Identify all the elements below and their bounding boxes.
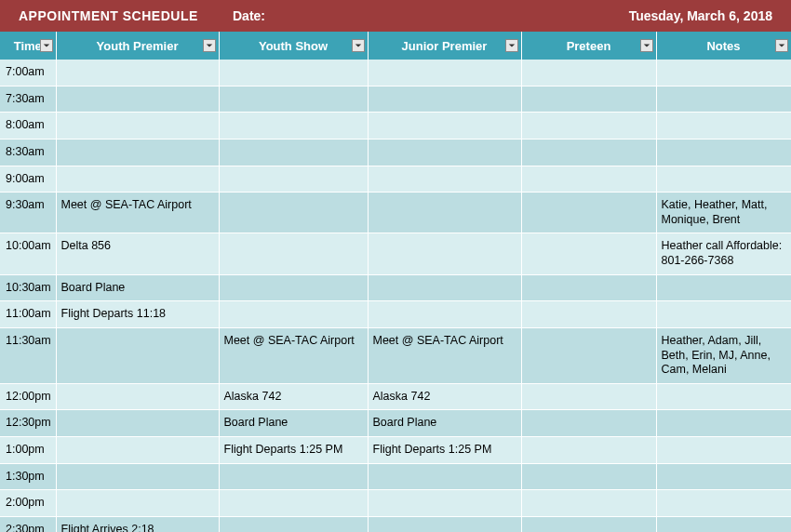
cell-yp (56, 113, 219, 140)
cell-jp (368, 490, 521, 517)
cell-jp (368, 86, 521, 113)
table-row: 7:30am (0, 86, 791, 113)
cell-pt (521, 113, 656, 140)
cell-pt (521, 463, 656, 490)
column-label: Preteen (567, 39, 611, 53)
cell-notes (656, 139, 791, 166)
schedule-title: APPOINTMENT SCHEDULE (19, 8, 233, 23)
cell-ys (219, 516, 368, 532)
cell-yp (56, 60, 219, 86)
cell-yp (56, 490, 219, 517)
cell-notes: Heather call Affordable: 801-266-7368 (656, 233, 791, 274)
cell-ys (219, 193, 368, 233)
column-header-jp: Junior Premier (368, 32, 521, 60)
cell-pt (521, 60, 656, 86)
filter-dropdown-icon[interactable] (40, 39, 53, 52)
cell-yp (56, 410, 219, 437)
table-row: 1:00pmFlight Departs 1:25 PMFlight Depar… (0, 437, 791, 464)
table-row: 9:00am (0, 166, 791, 193)
column-header-ys: Youth Show (219, 32, 368, 60)
cell-time: 2:00pm (0, 490, 56, 517)
cell-time: 8:30am (0, 139, 56, 166)
cell-time: 9:00am (0, 166, 56, 193)
column-header-pt: Preteen (521, 32, 656, 60)
filter-dropdown-icon[interactable] (775, 39, 788, 52)
filter-dropdown-icon[interactable] (203, 39, 216, 52)
cell-pt (521, 301, 656, 328)
cell-yp (56, 139, 219, 166)
cell-ys: Board Plane (219, 410, 368, 437)
table-row: 7:00am (0, 60, 791, 86)
cell-yp (56, 166, 219, 193)
cell-jp (368, 274, 521, 301)
cell-ys (219, 490, 368, 517)
cell-ys (219, 463, 368, 490)
cell-ys: Meet @ SEA-TAC Airport (219, 327, 368, 383)
schedule-body: 7:00am7:30am8:00am8:30am9:00am9:30amMeet… (0, 60, 791, 532)
cell-ys (219, 60, 368, 86)
column-label: Time (14, 39, 42, 53)
cell-jp: Alaska 742 (368, 383, 521, 410)
cell-ys (219, 301, 368, 328)
table-row: 8:00am (0, 113, 791, 140)
cell-pt (521, 166, 656, 193)
cell-time: 12:30pm (0, 410, 56, 437)
cell-notes (656, 516, 791, 532)
date-value: Tuesday, March 6, 2018 (372, 8, 772, 23)
cell-ys: Flight Departs 1:25 PM (219, 437, 368, 464)
cell-jp (368, 463, 521, 490)
cell-jp (368, 60, 521, 86)
table-row: 1:30pm (0, 463, 791, 490)
cell-pt (521, 86, 656, 113)
cell-jp: Flight Departs 1:25 PM (368, 437, 521, 464)
cell-pt (521, 139, 656, 166)
cell-time: 11:30am (0, 327, 56, 383)
cell-ys (219, 274, 368, 301)
column-header-yp: Youth Premier (56, 32, 219, 60)
cell-yp: Meet @ SEA-TAC Airport (56, 193, 219, 233)
cell-notes (656, 463, 791, 490)
cell-jp (368, 139, 521, 166)
cell-yp (56, 327, 219, 383)
cell-time: 2:30pm (0, 516, 56, 532)
column-label: Youth Show (259, 39, 328, 53)
cell-time: 8:00am (0, 113, 56, 140)
cell-pt (521, 274, 656, 301)
cell-yp: Flight Arrives 2:18 (56, 516, 219, 532)
cell-ys (219, 113, 368, 140)
filter-dropdown-icon[interactable] (352, 39, 365, 52)
cell-time: 7:30am (0, 86, 56, 113)
column-header-time: Time (0, 32, 56, 60)
column-label: Youth Premier (97, 39, 179, 53)
title-bar: APPOINTMENT SCHEDULE Date: Tuesday, Marc… (0, 0, 791, 32)
cell-pt (521, 193, 656, 233)
cell-pt (521, 233, 656, 274)
cell-notes: Heather, Adam, Jill, Beth, Erin, MJ, Ann… (656, 327, 791, 383)
cell-yp (56, 383, 219, 410)
column-label: Junior Premier (402, 39, 488, 53)
cell-pt (521, 327, 656, 383)
table-row: 12:30pmBoard PlaneBoard Plane (0, 410, 791, 437)
schedule-table: TimeYouth PremierYouth ShowJunior Premie… (0, 32, 791, 532)
table-row: 11:00amFlight Departs 11:18 (0, 301, 791, 328)
table-row: 11:30amMeet @ SEA-TAC AirportMeet @ SEA-… (0, 327, 791, 383)
cell-jp (368, 233, 521, 274)
cell-ys (219, 86, 368, 113)
cell-yp (56, 463, 219, 490)
cell-pt (521, 490, 656, 517)
cell-notes (656, 60, 791, 86)
table-row: 10:00amDelta 856Heather call Affordable:… (0, 233, 791, 274)
table-row: 2:30pmFlight Arrives 2:18 (0, 516, 791, 532)
cell-notes (656, 437, 791, 464)
cell-notes (656, 410, 791, 437)
cell-pt (521, 410, 656, 437)
cell-time: 1:30pm (0, 463, 56, 490)
cell-notes (656, 113, 791, 140)
cell-jp (368, 166, 521, 193)
filter-dropdown-icon[interactable] (505, 39, 518, 52)
cell-yp (56, 86, 219, 113)
cell-jp (368, 113, 521, 140)
cell-time: 11:00am (0, 301, 56, 328)
filter-dropdown-icon[interactable] (640, 39, 653, 52)
cell-time: 7:00am (0, 60, 56, 86)
